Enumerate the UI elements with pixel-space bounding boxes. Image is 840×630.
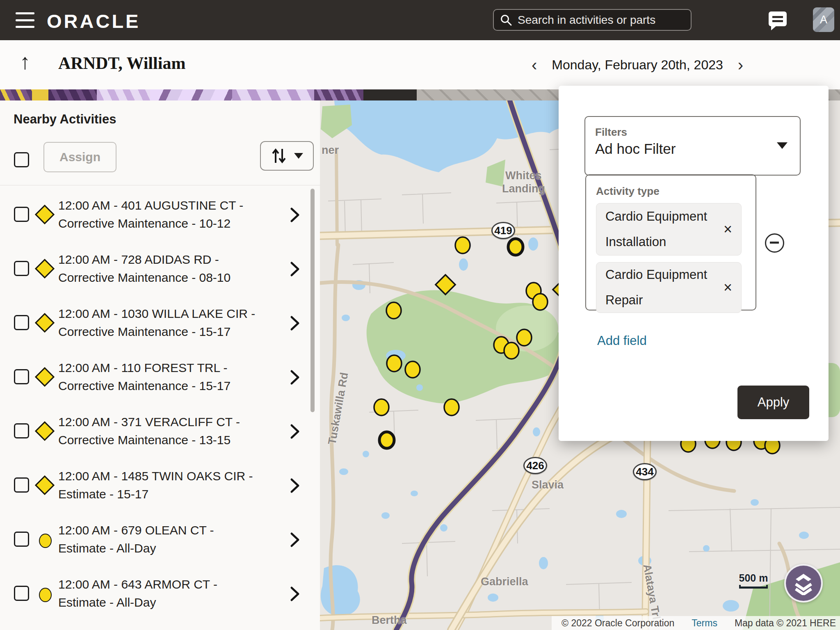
map-activity-marker[interactable]	[379, 432, 394, 448]
chevron-down-icon	[294, 153, 303, 159]
circle-status-icon	[39, 534, 52, 548]
map-activity-marker[interactable]	[386, 302, 401, 319]
activity-type-group: Activity type Cardio Equipment Installat…	[585, 174, 756, 310]
diamond-status-icon	[35, 367, 55, 387]
map-activity-marker[interactable]	[444, 399, 459, 415]
diamond-status-icon	[35, 313, 55, 333]
activity-row[interactable]: 12:00 AM - 1030 WILLA LAKE CIR -Correcti…	[0, 296, 320, 350]
activity-type-label: Activity type	[596, 185, 660, 198]
app-header: ORACLE Search in activities or parts A	[0, 0, 840, 40]
map-activity-marker[interactable]	[405, 361, 420, 378]
remove-chip-icon[interactable]: ×	[721, 221, 735, 238]
route-shield-434: 434	[633, 463, 657, 480]
activity-row[interactable]: 12:00 AM - 1485 TWIN OAKS CIR -Estimate …	[0, 458, 320, 512]
activity-row[interactable]: 12:00 AM - 728 ADIDAS RD -Corrective Mai…	[0, 242, 320, 296]
chevron-right-icon	[290, 532, 300, 548]
chevron-right-icon	[290, 207, 300, 223]
activity-text: 12:00 AM - 728 ADIDAS RD -Corrective Mai…	[58, 251, 282, 287]
map-scale: 500 m	[736, 572, 771, 589]
diamond-status-icon	[35, 205, 55, 224]
next-day-chevron[interactable]: ›	[735, 57, 746, 73]
activity-checkbox[interactable]	[14, 315, 29, 330]
hamburger-menu-icon[interactable]	[16, 12, 34, 28]
activity-row[interactable]: 12:00 AM - 110 FOREST TRL -Corrective Ma…	[0, 350, 320, 404]
chevron-right-icon	[290, 315, 300, 331]
activity-text: 12:00 AM - 401 AUGUSTINE CT -Corrective …	[58, 196, 282, 233]
activity-checkbox[interactable]	[14, 532, 29, 547]
chevron-right-icon	[290, 478, 300, 493]
global-search-input[interactable]: Search in activities or parts	[493, 9, 692, 31]
sort-button[interactable]	[260, 141, 314, 171]
map-place-label: Bertha	[372, 614, 407, 627]
chip-label: Cardio Equipment Installation	[605, 204, 721, 255]
map-layers-button[interactable]	[784, 564, 823, 603]
activity-row[interactable]: 12:00 AM - 371 VERACLIFF CT -Corrective …	[0, 404, 320, 458]
map-activity-marker[interactable]	[533, 294, 548, 310]
filters-select-label: Filters	[595, 126, 627, 139]
map-activity-marker[interactable]	[387, 355, 402, 372]
map-place-label: Slavia	[532, 479, 564, 491]
diamond-status-icon	[35, 259, 55, 278]
copyright-text: © 2022 Oracle Corporation	[562, 618, 674, 629]
map-activity-marker[interactable]	[508, 239, 523, 255]
circle-status-icon	[39, 588, 52, 602]
apply-button[interactable]: Apply	[737, 386, 809, 419]
activity-row[interactable]: 12:00 AM - 401 AUGUSTINE CT -Corrective …	[0, 187, 320, 242]
messages-button[interactable]	[766, 9, 789, 32]
chevron-down-icon	[777, 142, 788, 149]
activity-checkbox[interactable]	[14, 369, 29, 384]
map-place-label: Gabriella	[481, 575, 528, 588]
route-shield-426: 426	[523, 457, 547, 474]
remove-chip-icon[interactable]: ×	[721, 279, 735, 296]
user-avatar[interactable]: A	[813, 7, 834, 32]
chevron-right-icon	[290, 370, 300, 385]
collapse-up-arrow-icon[interactable]: ↑	[20, 51, 30, 72]
assign-button[interactable]: Assign	[43, 142, 116, 172]
activity-row[interactable]: 12:00 AM - 643 ARMOR CT -Estimate - All-…	[0, 566, 320, 621]
activity-checkbox[interactable]	[14, 423, 29, 438]
map-activity-marker[interactable]	[504, 342, 519, 359]
map-activity-marker[interactable]	[517, 329, 532, 346]
filters-select-value: Ad hoc Filter	[595, 141, 676, 157]
layers-icon	[792, 571, 815, 595]
chip-label: Cardio Equipment Repair	[605, 262, 721, 313]
map-place-label: Landing	[502, 183, 545, 195]
search-icon	[500, 14, 513, 27]
map-activity-marker[interactable]	[455, 237, 470, 253]
select-all-checkbox[interactable]	[14, 152, 29, 167]
date-navigation: ‹ Monday, February 20th, 2023 ›	[529, 40, 746, 89]
chevron-right-icon	[290, 586, 300, 602]
activity-list: 12:00 AM - 401 AUGUSTINE CT -Corrective …	[0, 187, 320, 630]
view-filter-popup: Filters Ad hoc Filter Activity type Card…	[559, 86, 829, 441]
remove-field-icon[interactable]	[765, 233, 784, 253]
oracle-logo: ORACLE	[47, 10, 140, 32]
activity-checkbox[interactable]	[14, 477, 29, 493]
prev-day-chevron[interactable]: ‹	[529, 57, 539, 73]
activity-text: 12:00 AM - 1030 WILLA LAKE CIR -Correcti…	[58, 305, 282, 341]
page-title: ARNDT, William	[58, 53, 185, 73]
search-placeholder: Search in activities or parts	[518, 14, 655, 27]
activity-checkbox[interactable]	[14, 586, 29, 601]
activity-row[interactable]: 12:00 AM - 679 OLEAN CT -Estimate - All-…	[0, 512, 320, 566]
filter-chip-cardio-installation: Cardio Equipment Installation ×	[596, 203, 742, 256]
sort-arrows-icon	[271, 147, 287, 164]
map-data-text: Map data © 2021 HERE	[735, 618, 836, 629]
terms-link[interactable]: Terms	[692, 618, 717, 629]
date-label: Monday, February 20th, 2023	[552, 57, 723, 73]
scale-bar	[739, 585, 768, 589]
list-scrollbar[interactable]	[310, 189, 315, 412]
activity-text: 12:00 AM - 110 FOREST TRL -Corrective Ma…	[58, 359, 282, 395]
filter-chip-cardio-repair: Cardio Equipment Repair ×	[596, 262, 742, 313]
add-field-link[interactable]: Add field	[597, 333, 647, 348]
filters-select[interactable]: Filters Ad hoc Filter	[584, 116, 801, 176]
chevron-right-icon	[290, 424, 300, 439]
map-activity-marker[interactable]	[374, 399, 389, 415]
activity-checkbox[interactable]	[14, 261, 29, 276]
scale-label: 500 m	[736, 572, 771, 584]
toolbar: ↑ ARNDT, William ‹ Monday, February 20th…	[0, 40, 840, 89]
map-place-label: ner	[322, 144, 339, 157]
activity-checkbox[interactable]	[14, 207, 29, 222]
diamond-status-icon	[35, 475, 55, 495]
route-shield-419: 419	[491, 222, 515, 239]
nearby-activities-panel: Nearby Activities Assign 12:00 AM - 401 …	[0, 100, 320, 630]
